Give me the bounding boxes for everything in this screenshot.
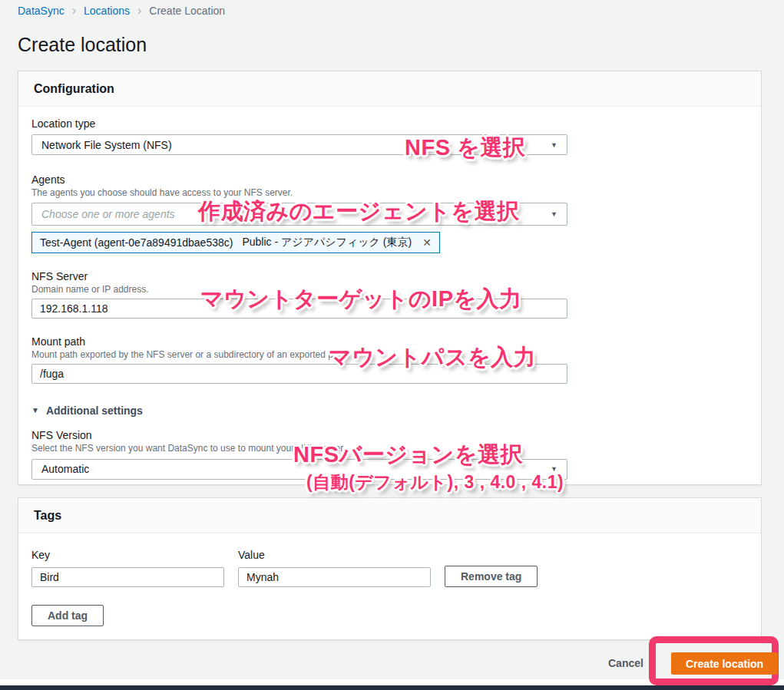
tag-key-label: Key [31,549,224,561]
chevron-down-icon: ▼ [551,141,557,149]
breadcrumb: DataSync › Locations › Create Location [18,5,225,17]
cancel-button[interactable]: Cancel [608,657,643,669]
nfs-server-description: Domain name or IP address. [31,284,746,295]
bottom-footer-bar [0,685,784,690]
location-type-label: Location type [31,117,746,130]
configuration-card: Configuration Location type Network File… [18,71,762,485]
additional-settings-label: Additional settings [46,404,143,417]
mount-path-description: Mount path exported by the NFS server or… [31,349,746,360]
nfs-version-select[interactable]: Automatic ▼ [31,459,567,480]
tag-key-column: Key [31,549,224,587]
tag-value-input[interactable] [238,567,431,587]
chevron-down-icon: ▼ [551,465,557,473]
triangle-down-icon: ▼ [31,406,39,414]
location-type-field: Location type Network File System (NFS) … [31,117,746,155]
nfs-server-input[interactable] [31,299,567,319]
tags-card-header: Tags [18,498,761,533]
tags-card-body: Key Value Remove tag Add tag [18,533,761,626]
configuration-card-body: Location type Network File System (NFS) … [18,107,761,480]
tag-value-label: Value [238,549,431,561]
nfs-server-field: NFS Server Domain name or IP address. [31,270,746,319]
agent-detail: Public - アジアパシフィック (東京) [242,236,412,249]
location-type-value: Network File System (NFS) [41,139,172,151]
location-type-select[interactable]: Network File System (NFS) ▼ [31,134,567,155]
nfs-version-label: NFS Version [31,429,746,441]
agents-input[interactable] [41,204,364,224]
selected-agent-token: Test-Agent (agent-0e7a89491dbae538c) Pub… [31,232,440,253]
nfs-version-description: Select the NFS version you want DataSync… [31,443,746,454]
agent-name: Test-Agent (agent-0e7a89491dbae538c) [40,236,233,249]
tag-row: Key Value Remove tag [31,544,746,587]
mount-path-label: Mount path [31,335,746,348]
page-title: Create location [18,34,147,56]
agents-multiselect[interactable]: ▼ [31,203,567,226]
breadcrumb-link-datasync[interactable]: DataSync [18,5,65,17]
nfs-server-label: NFS Server [31,270,746,282]
remove-tag-button[interactable]: Remove tag [445,566,538,587]
tags-card: Tags Key Value Remove tag Add tag [18,497,762,640]
mount-path-field: Mount path Mount path exported by the NF… [31,335,746,384]
add-tag-button[interactable]: Add tag [31,605,104,626]
mount-path-input[interactable] [31,364,567,384]
breadcrumb-current: Create Location [149,5,225,17]
create-location-page: DataSync › Locations › Create Location C… [0,0,784,690]
agents-description: The agents you choose should have access… [31,187,746,198]
create-location-button[interactable]: Create location [671,652,778,675]
breadcrumb-link-locations[interactable]: Locations [84,5,130,17]
configuration-card-header: Configuration [18,71,761,107]
nfs-version-value: Automatic [41,463,89,475]
tag-key-input[interactable] [31,567,224,587]
agents-label: Agents [31,173,746,186]
chevron-down-icon: ▼ [551,210,557,218]
configuration-title: Configuration [34,82,114,96]
breadcrumb-separator-icon: › [72,5,76,17]
nfs-version-field: NFS Version Select the NFS version you w… [31,429,746,480]
bottom-white-strip [0,679,784,685]
tag-value-column: Value [238,549,431,587]
agents-field: Agents The agents you choose should have… [31,173,746,253]
tags-title: Tags [34,509,61,523]
breadcrumb-separator-icon: › [137,5,141,17]
additional-settings-expander[interactable]: ▼ Additional settings [31,404,143,417]
close-icon[interactable]: ✕ [422,236,432,249]
